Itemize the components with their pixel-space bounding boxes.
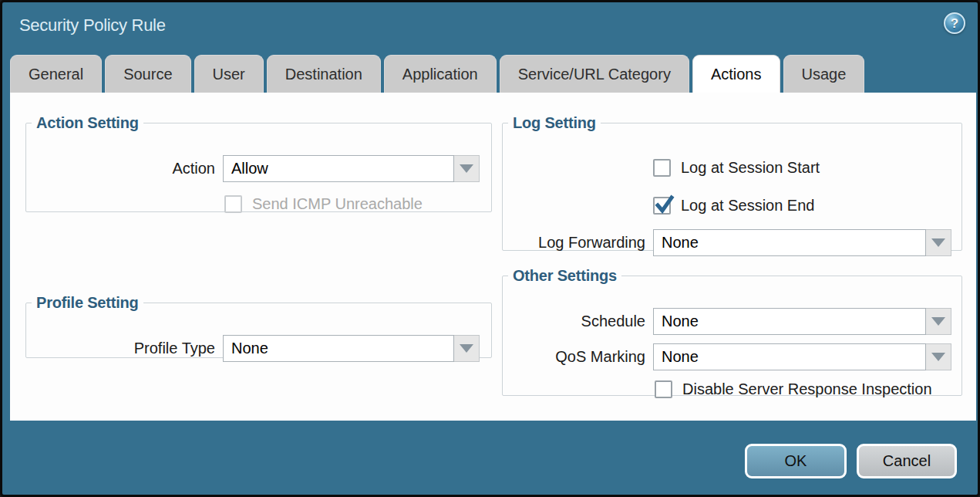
security-policy-rule-dialog: Security Policy Rule ? General Source Us… [0, 0, 980, 497]
disable-server-response-inspection-row: Disable Server Response Inspection [655, 380, 932, 398]
help-icon[interactable]: ? [944, 12, 965, 34]
tab-destination[interactable]: Destination [267, 55, 381, 93]
action-dropdown[interactable]: Allow [223, 155, 480, 182]
content-panel: Action Setting Action Allow Send ICMP Un… [10, 93, 976, 421]
other-settings-group: Other Settings Schedule None QoS Marking… [502, 267, 962, 396]
send-icmp-unreachable-row: Send ICMP Unreachable [224, 195, 423, 213]
action-setting-group: Action Setting Action Allow Send ICMP Un… [25, 114, 492, 212]
qos-marking-dropdown-arrow[interactable] [926, 343, 951, 370]
log-setting-legend: Log Setting [508, 114, 601, 132]
log-at-session-start-label: Log at Session Start [681, 159, 820, 177]
action-label: Action [26, 155, 215, 182]
action-dropdown-value: Allow [223, 155, 454, 182]
schedule-dropdown-arrow[interactable] [926, 308, 951, 335]
tab-user[interactable]: User [194, 55, 264, 93]
action-setting-legend: Action Setting [32, 114, 143, 132]
tab-usage[interactable]: Usage [783, 55, 865, 93]
disable-server-response-inspection-checkbox[interactable] [655, 380, 672, 398]
log-forwarding-dropdown-arrow[interactable] [926, 229, 951, 256]
profile-setting-legend: Profile Setting [32, 294, 143, 312]
qos-marking-dropdown-value: None [653, 343, 926, 370]
tab-source[interactable]: Source [105, 55, 190, 93]
chevron-down-icon [931, 317, 945, 326]
tab-service-url-category[interactable]: Service/URL Category [500, 55, 689, 93]
send-icmp-unreachable-checkbox [224, 195, 242, 213]
chevron-down-icon [460, 164, 473, 173]
ok-button[interactable]: OK [745, 444, 847, 478]
question-mark-glyph: ? [951, 17, 958, 30]
tab-application[interactable]: Application [384, 55, 497, 93]
profile-type-dropdown-value: None [223, 335, 454, 362]
chevron-down-icon [931, 238, 945, 247]
log-forwarding-dropdown-value: None [653, 229, 926, 256]
dialog-title: Security Policy Rule [19, 15, 166, 36]
qos-marking-dropdown[interactable]: None [653, 343, 951, 370]
schedule-label: Schedule [503, 308, 645, 335]
log-at-session-start-row: Log at Session Start [653, 159, 820, 177]
schedule-dropdown-value: None [653, 308, 926, 335]
profile-setting-group: Profile Setting Profile Type None [25, 294, 492, 358]
log-at-session-end-label: Log at Session End [681, 197, 814, 215]
log-at-session-end-row: Log at Session End [653, 197, 814, 215]
profile-type-dropdown-arrow[interactable] [454, 335, 480, 362]
profile-type-dropdown[interactable]: None [223, 335, 480, 362]
qos-marking-label: QoS Marking [503, 343, 645, 370]
other-settings-legend: Other Settings [508, 267, 621, 285]
send-icmp-unreachable-label: Send ICMP Unreachable [252, 195, 423, 213]
profile-type-label: Profile Type [26, 335, 215, 362]
titlebar: Security Policy Rule ? [2, 2, 978, 54]
log-at-session-start-checkbox[interactable] [653, 159, 671, 177]
tab-general[interactable]: General [10, 55, 102, 93]
chevron-down-icon [931, 353, 945, 361]
cancel-button[interactable]: Cancel [857, 444, 957, 478]
tab-actions[interactable]: Actions [692, 55, 780, 93]
log-forwarding-dropdown[interactable]: None [653, 229, 951, 256]
chevron-down-icon [460, 344, 473, 353]
disable-server-response-inspection-label: Disable Server Response Inspection [682, 380, 932, 398]
action-dropdown-arrow[interactable] [454, 155, 480, 182]
log-setting-group: Log Setting Log at Session Start Log at … [502, 114, 962, 251]
log-forwarding-label: Log Forwarding [503, 229, 645, 256]
schedule-dropdown[interactable]: None [653, 308, 951, 335]
log-at-session-end-checkbox[interactable] [653, 197, 671, 215]
tab-bar: General Source User Destination Applicat… [10, 55, 864, 93]
check-mark-icon [654, 194, 675, 216]
